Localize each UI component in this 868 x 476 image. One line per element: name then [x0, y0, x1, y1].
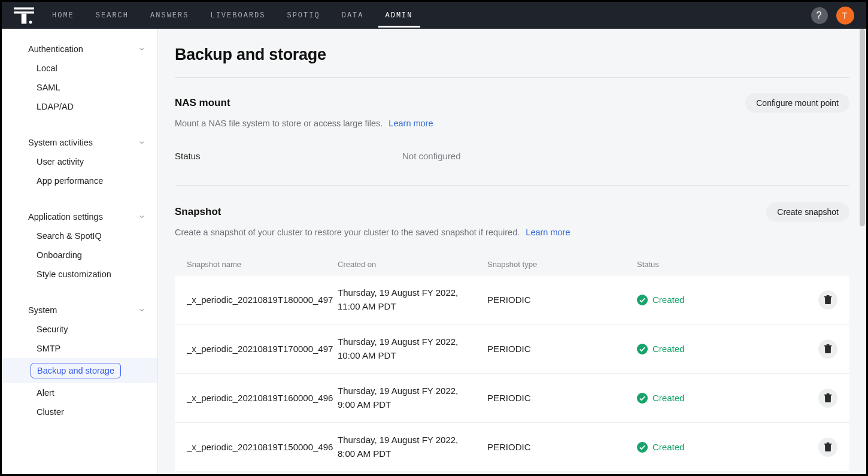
svg-rect-18 [824, 443, 832, 444]
cell-snapshot-name: _x_periodic_20210819T180000_497 [187, 295, 338, 305]
status-text: Created [652, 344, 684, 354]
divider [175, 185, 849, 186]
sidebar-item-cluster[interactable]: Cluster [2, 402, 157, 422]
nas-status-label: Status [175, 151, 402, 161]
sidebar-item-style-customization[interactable]: Style customization [2, 265, 157, 284]
nav-item-admin[interactable]: ADMIN [386, 11, 413, 20]
chevron-down-icon [138, 139, 145, 146]
sidebar-item-label: Backup and storage [31, 363, 121, 378]
nav-item-liveboards[interactable]: LIVEBOARDS [210, 11, 265, 20]
svg-rect-1 [14, 11, 34, 13]
sidebar-item-label: App performance [37, 176, 103, 186]
sidebar-item-onboarding[interactable]: Onboarding [2, 245, 157, 265]
check-circle-icon [637, 393, 648, 404]
delete-snapshot-button[interactable] [818, 438, 837, 457]
cell-created-on: Thursday, 19 August FY 2022, 11:00 AM PD… [338, 286, 487, 313]
snapshot-description-text: Create a snapshot of your cluster to res… [175, 228, 520, 237]
col-header-created: Created on [338, 260, 487, 269]
sidebar-item-label: LDAP/AD [37, 102, 74, 111]
sidebar-group-system-activities[interactable]: System activities [2, 133, 157, 152]
sidebar-item-security[interactable]: Security [2, 320, 157, 339]
cell-status: Created [637, 393, 775, 404]
nas-description-text: Mount a NAS file system to store or acce… [175, 119, 383, 128]
logo-icon [14, 7, 34, 24]
configure-mount-button[interactable]: Configure mount point [745, 93, 849, 113]
svg-rect-7 [827, 295, 830, 296]
cell-status: Created [637, 442, 775, 453]
sidebar-group-label: System activities [28, 138, 93, 147]
cell-status: Created [637, 344, 775, 354]
table-row: _x_periodic_20210819T160000_496Thursday,… [175, 373, 849, 422]
svg-rect-5 [825, 297, 831, 304]
col-header-type: Snapshot type [487, 260, 637, 269]
sidebar-item-user-activity[interactable]: User activity [2, 152, 157, 171]
status-text: Created [652, 393, 684, 403]
sidebar-group-system[interactable]: System [2, 301, 157, 320]
nav-item-search[interactable]: SEARCH [96, 11, 129, 20]
sidebar-item-app-performance[interactable]: App performance [2, 171, 157, 190]
snapshot-learn-more-link[interactable]: Learn more [526, 228, 570, 237]
help-button[interactable]: ? [811, 7, 828, 24]
sidebar-item-local[interactable]: Local [2, 59, 157, 78]
sidebar-group-application-settings[interactable]: Application settings [2, 207, 157, 226]
trash-icon [824, 344, 832, 354]
sidebar-item-label: Alert [37, 388, 54, 398]
nav-item-home[interactable]: HOME [52, 11, 74, 20]
snapshot-table: Snapshot name Created on Snapshot type S… [175, 254, 849, 471]
status-text: Created [652, 295, 684, 305]
svg-point-4 [637, 295, 648, 305]
check-circle-icon [637, 442, 648, 453]
scrollbar[interactable] [860, 29, 865, 474]
nav-item-data[interactable]: DATA [342, 11, 364, 20]
svg-rect-17 [825, 444, 831, 451]
nav-item-answers[interactable]: ANSWERS [150, 11, 189, 20]
help-icon: ? [817, 10, 823, 21]
nas-learn-more-link[interactable]: Learn more [389, 119, 433, 128]
sidebar-group-authentication[interactable]: Authentication [2, 40, 157, 59]
cell-snapshot-type: PERIODIC [487, 295, 637, 305]
sidebar-item-label: SAML [37, 83, 60, 92]
sidebar-group-label: Authentication [28, 44, 83, 54]
svg-rect-14 [824, 394, 832, 395]
sidebar-item-backup-and-storage[interactable]: Backup and storage [2, 358, 157, 383]
nas-status-value: Not configured [402, 151, 461, 161]
table-row: _x_periodic_20210819T180000_497Thursday,… [175, 275, 849, 324]
avatar-initial: T [842, 11, 849, 20]
delete-snapshot-button[interactable] [818, 389, 837, 408]
sidebar-item-label: Local [37, 63, 57, 73]
sidebar-item-label: SMTP [37, 344, 60, 353]
sidebar-item-smtp[interactable]: SMTP [2, 339, 157, 358]
svg-rect-13 [825, 395, 831, 402]
sidebar-item-search-spotiq[interactable]: Search & SpotIQ [2, 226, 157, 245]
sidebar-group-label: Application settings [28, 212, 103, 222]
svg-rect-9 [825, 346, 831, 353]
sidebar-item-saml[interactable]: SAML [2, 78, 157, 97]
user-avatar[interactable]: T [836, 7, 854, 25]
cell-snapshot-type: PERIODIC [487, 442, 637, 452]
sidebar-item-ldap-ad[interactable]: LDAP/AD [2, 97, 157, 116]
table-header: Snapshot name Created on Snapshot type S… [175, 254, 849, 275]
sidebar-item-label: Cluster [37, 407, 64, 417]
cell-snapshot-type: PERIODIC [487, 344, 637, 354]
nas-heading: NAS mount [175, 97, 230, 109]
svg-point-16 [637, 442, 648, 453]
cell-created-on: Thursday, 19 August FY 2022, 9:00 AM PDT [338, 384, 487, 411]
sidebar-item-alert[interactable]: Alert [2, 383, 157, 402]
app-logo[interactable] [14, 7, 34, 24]
delete-snapshot-button[interactable] [818, 339, 837, 359]
svg-rect-0 [14, 7, 34, 9]
sidebar-group-label: System [28, 305, 57, 315]
nav-item-spotiq[interactable]: SPOTIQ [287, 11, 320, 20]
cell-created-on: Thursday, 19 August FY 2022, 8:00 AM PDT [338, 433, 487, 460]
delete-snapshot-button[interactable] [818, 290, 837, 310]
svg-point-3 [29, 20, 32, 23]
chevron-down-icon [138, 307, 145, 314]
svg-rect-6 [824, 296, 832, 297]
sidebar-item-label: User activity [37, 157, 84, 166]
cell-snapshot-type: PERIODIC [487, 393, 637, 403]
cell-snapshot-name: _x_periodic_20210819T170000_497 [187, 344, 338, 354]
trash-icon [824, 393, 832, 403]
check-circle-icon [637, 295, 648, 305]
col-header-name: Snapshot name [187, 260, 338, 269]
create-snapshot-button[interactable]: Create snapshot [766, 202, 849, 222]
